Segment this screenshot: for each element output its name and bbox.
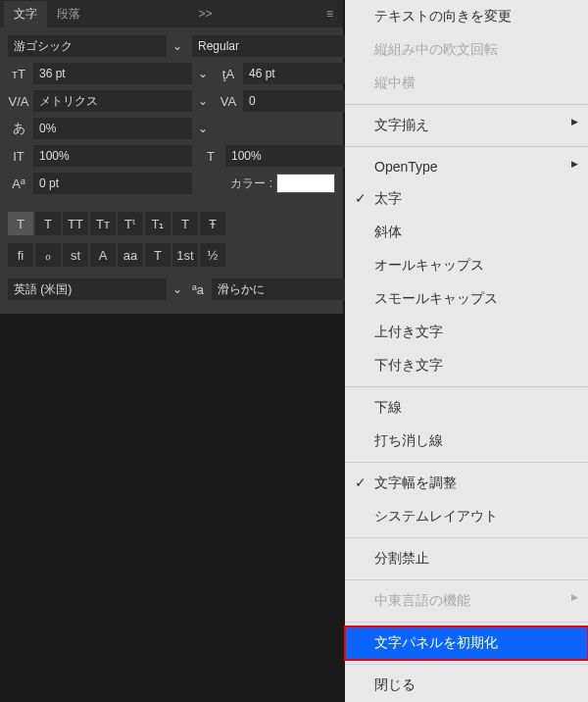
opentype-button-5[interactable]: T [145,243,171,267]
kerning-icon: V/A [8,92,29,110]
baseline-input[interactable] [33,173,192,194]
opentype-row: fiℴstAaaT1st½ [0,239,343,271]
menu-separator [345,386,588,387]
menu-separator [345,146,588,147]
tab-paragraph[interactable]: 段落 [47,1,90,27]
menu-item-17[interactable]: 文字幅を調整✓ [345,467,588,500]
menu-icon[interactable]: ≡ [320,7,339,21]
menu-item-8[interactable]: 斜体 [345,216,588,249]
font-size-input[interactable] [33,63,192,84]
opentype-button-6[interactable]: 1st [172,243,198,267]
color-swatch[interactable] [276,174,335,193]
style-button-6[interactable]: T [172,212,198,235]
chevron-down-icon[interactable]: ⌄ [196,67,210,80]
menu-item-9[interactable]: オールキャップス [345,249,588,282]
chevron-down-icon[interactable]: ⌄ [171,39,184,53]
style-button-5[interactable]: T₁ [145,212,171,235]
opentype-button-2[interactable]: st [63,243,88,267]
font-size-icon: тT [8,65,29,82]
tsume-input[interactable] [33,118,192,139]
menu-item-22: 中東言語の機能 [345,584,588,618]
opentype-button-1[interactable]: ℴ [35,243,61,267]
style-button-4[interactable]: Tᵗ [118,212,143,235]
menu-separator [345,537,588,538]
menu-item-1: 縦組み中の欧文回転 [345,33,588,67]
font-style-input[interactable] [192,35,351,57]
menu-item-0[interactable]: テキストの向きを変更 [345,0,588,33]
style-button-1[interactable]: T [35,212,61,235]
tsume-icon: あ [8,120,29,137]
kerning-input[interactable] [33,90,192,112]
menu-separator [345,664,588,665]
tracking-icon: VA [218,92,239,110]
menu-item-4[interactable]: 文字揃え [345,109,588,142]
menu-item-20[interactable]: 分割禁止 [345,542,588,576]
panel-tabs: 文字 段落 >> ≡ [0,0,343,27]
text-style-row: TTTTTтTᵗT₁TŦ [0,208,343,239]
panel-menu: テキストの向きを変更縦組み中の欧文回転縦中横文字揃えOpenType太字✓斜体オ… [345,0,588,702]
check-icon: ✓ [355,190,367,206]
style-button-7[interactable]: Ŧ [200,212,225,235]
language-input[interactable] [8,278,167,300]
leading-icon: ţA [218,65,239,82]
style-button-2[interactable]: TT [63,212,88,235]
more-icon[interactable]: >> [192,7,218,21]
opentype-button-7[interactable]: ½ [200,243,225,267]
antialias-icon: ªa [192,280,204,298]
menu-item-12[interactable]: 下付き文字 [345,349,588,382]
style-button-3[interactable]: Tт [90,212,116,235]
menu-item-10[interactable]: スモールキャップス [345,282,588,316]
menu-item-26[interactable]: 閉じる [345,669,588,702]
menu-separator [345,622,588,623]
menu-item-11[interactable]: 上付き文字 [345,316,588,349]
chevron-down-icon[interactable]: ⌄ [196,122,210,135]
opentype-button-4[interactable]: aa [118,243,143,267]
menu-item-15[interactable]: 打ち消し線 [345,425,588,458]
style-button-0[interactable]: T [8,212,33,235]
hscale-icon: T [200,147,221,165]
color-label: カラー : [230,176,272,192]
menu-item-14[interactable]: 下線 [345,391,588,425]
menu-separator [345,104,588,105]
menu-item-7[interactable]: 太字✓ [345,182,588,216]
menu-separator [345,579,588,580]
vscale-icon: IT [8,147,29,165]
font-family-input[interactable] [8,35,167,57]
baseline-icon: Aª [8,175,29,192]
menu-item-6[interactable]: OpenType [345,151,588,182]
check-icon: ✓ [355,475,367,490]
menu-item-24[interactable]: 文字パネルを初期化 [345,627,588,660]
vscale-input[interactable] [33,145,192,167]
opentype-button-3[interactable]: A [90,243,116,267]
menu-separator [345,462,588,463]
opentype-button-0[interactable]: fi [8,243,33,267]
menu-item-18[interactable]: システムレイアウト [345,500,588,533]
chevron-down-icon[interactable]: ⌄ [171,282,184,296]
menu-item-2: 縦中横 [345,67,588,100]
tab-character[interactable]: 文字 [4,1,47,27]
character-panel: 文字 段落 >> ≡ ⌄ ⌄ тT⌄ ţA⌄ V/A⌄ VA⌄ あ⌄ IT T … [0,0,343,314]
chevron-down-icon[interactable]: ⌄ [196,94,210,108]
